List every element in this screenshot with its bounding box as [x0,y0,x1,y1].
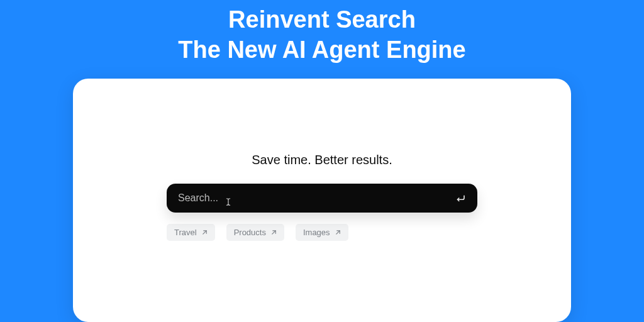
tagline: Save time. Better results. [252,153,392,167]
hero-title-line1: Reinvent Search [228,6,416,33]
arrow-up-right-icon [271,230,277,235]
enter-icon [455,192,466,204]
chip-label: Images [303,228,330,237]
arrow-up-right-icon [335,230,341,235]
arrow-up-right-icon [202,230,208,235]
search-input[interactable] [178,192,455,204]
page-background: Reinvent Search The New AI Agent Engine … [0,0,644,322]
chip-images[interactable]: Images [296,224,348,241]
main-card: Save time. Better results. Travel [73,79,571,322]
chip-travel[interactable]: Travel [167,224,215,241]
chip-products[interactable]: Products [226,224,284,241]
hero-title: Reinvent Search The New AI Agent Engine [178,5,465,65]
chip-row: Travel Products Images [167,224,477,241]
hero-title-line2: The New AI Agent Engine [178,36,465,63]
chip-label: Products [234,228,266,237]
search-bar[interactable] [167,184,477,213]
chip-label: Travel [174,228,197,237]
